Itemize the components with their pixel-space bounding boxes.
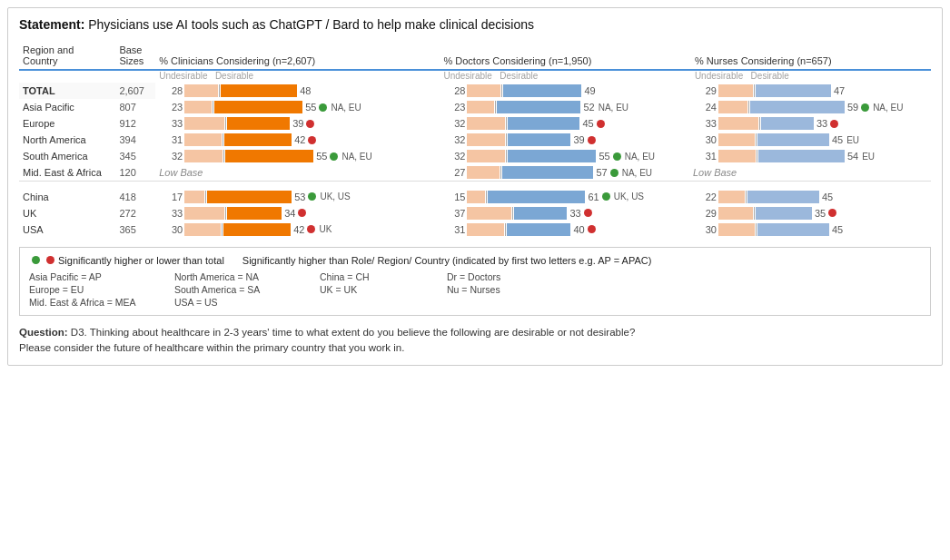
region-name: China	[19, 189, 115, 205]
bar-divider	[506, 133, 507, 146]
significance-label: NA, EU	[622, 168, 652, 178]
undesirable-bar	[718, 84, 753, 97]
region-country-header: Region andCountry	[19, 43, 115, 70]
bar-wrap: 31 42	[159, 133, 425, 146]
desirable-value: 45	[822, 192, 833, 202]
region-name: UK	[19, 205, 115, 221]
undesirable-value: 28	[159, 85, 183, 96]
undesirable-bar	[184, 223, 221, 236]
region-name: South America	[19, 148, 115, 164]
bar-cell: Low Base	[155, 164, 429, 182]
bar-divider	[756, 133, 757, 146]
desirable-value: 39	[292, 118, 303, 129]
undesirable-bar	[718, 150, 756, 162]
low-base-label: Low Base	[159, 167, 203, 178]
bar-wrap: 29 35	[693, 207, 927, 220]
region-name: Europe	[19, 115, 115, 132]
question-label: Question:	[19, 327, 68, 338]
base-value: 807	[115, 99, 155, 115]
bar-wrap: 22 45	[693, 191, 927, 203]
desirable-bar	[747, 191, 819, 203]
undesirable-value: 31	[159, 134, 183, 145]
undesirable-bar	[718, 117, 758, 130]
undesirable-value: 27	[441, 167, 465, 178]
base-value: 912	[115, 115, 155, 132]
undesirable-bar	[467, 101, 494, 113]
undesirable-value: 17	[159, 192, 183, 202]
desirable-value: 55	[305, 102, 316, 113]
undesirable-bar	[467, 191, 485, 203]
legend-sig-text: Significantly higher or lower than total	[58, 255, 224, 266]
doctors-subheader: Undesirable Desirable	[429, 70, 679, 83]
legend-abbr-item: China = CH	[320, 271, 447, 282]
desirable-bar	[508, 117, 579, 130]
undesirable-value: 32	[441, 118, 465, 129]
significance-dot	[613, 152, 621, 161]
desirable-value: 55	[316, 151, 327, 162]
undesirable-bar	[184, 101, 212, 113]
undesirable-value: 29	[693, 208, 717, 219]
base-value: 394	[115, 132, 155, 148]
statement: Statement: Physicians use AI tools such …	[19, 17, 931, 32]
significance-label: UK, US	[320, 192, 350, 201]
legend-abbr-item: Nu = Nurses	[447, 284, 565, 295]
legend-top: Significantly higher or lower than total…	[29, 255, 921, 266]
bar-cell: 28 48	[155, 83, 429, 99]
bar-wrap: 32 39	[441, 133, 676, 146]
significance-label: EU	[846, 135, 859, 145]
bar-cell: 17 53 UK, US	[155, 189, 429, 205]
significance-label: NA, EU	[625, 152, 655, 162]
undesirable-value: 23	[441, 102, 465, 113]
table-row: China 418 17 53 UK, US 15 61 UK, US 22	[19, 189, 931, 205]
bar-divider	[225, 117, 226, 130]
bar-wrap: 30 45	[693, 223, 927, 236]
significance-label: NA, EU	[599, 103, 628, 113]
bar-wrap: 30 45 EU	[693, 133, 927, 146]
undesirable-value: 33	[159, 118, 183, 129]
undesirable-bar	[184, 191, 204, 203]
undesirable-value: 23	[159, 102, 183, 113]
undesirable-value: 30	[159, 224, 183, 235]
spacer-row	[19, 182, 931, 189]
legend-abbr-item: North America = NA	[174, 271, 320, 282]
table-row: TOTAL 2,607 28 48 28 49 29	[19, 83, 931, 99]
bar-divider	[759, 117, 760, 130]
bar-cell: 33 34	[155, 205, 429, 221]
bar-cell: 30 45	[680, 221, 931, 238]
desirable-bar	[225, 150, 313, 162]
undesirable-value: 15	[441, 192, 465, 202]
base-value: 120	[115, 164, 155, 182]
undesirable-value: 30	[693, 224, 717, 235]
desirable-value: 53	[294, 192, 305, 202]
table-row: Mid. East & Africa 120 Low Base 27 57 NA…	[19, 164, 931, 182]
significance-dot	[610, 169, 618, 177]
undesirable-bar	[718, 191, 745, 203]
bar-cell: 32 39	[429, 132, 679, 148]
nurses-subheader: Undesirable Desirable	[680, 70, 931, 83]
base-value: 365	[115, 221, 155, 238]
bar-wrap: 27 57 NA, EU	[441, 166, 676, 179]
bar-divider	[500, 166, 501, 179]
undesirable-value: 32	[441, 151, 465, 162]
bar-cell: 23 55 NA, EU	[155, 99, 429, 115]
green-dot-legend	[32, 256, 40, 264]
region-name: Mid. East & Africa	[19, 164, 115, 182]
significance-dot	[308, 192, 316, 201]
bar-wrap: 32 45	[441, 117, 676, 130]
legend-sig-higher: Significantly higher than Role/ Region/ …	[242, 255, 652, 266]
bar-wrap: 32 55 NA, EU	[441, 150, 676, 162]
undesirable-value: 22	[693, 192, 717, 202]
bar-divider	[506, 117, 507, 130]
bar-cell: 29 35	[680, 205, 931, 221]
bar-wrap: 29 47	[693, 84, 927, 97]
significance-label: EU	[862, 152, 875, 162]
desirable-bar	[757, 133, 829, 146]
bar-wrap: 24 59 NA, EU	[693, 101, 927, 113]
bar-wrap: 28 49	[441, 84, 676, 97]
bar-wrap: 31 40	[441, 223, 676, 236]
significance-dot	[830, 120, 838, 128]
desirable-value: 40	[573, 224, 584, 235]
bar-wrap: 33 39	[159, 117, 425, 130]
question-section: Question: D3. Thinking about healthcare …	[19, 325, 931, 357]
significance-label: UK, US	[614, 192, 644, 201]
